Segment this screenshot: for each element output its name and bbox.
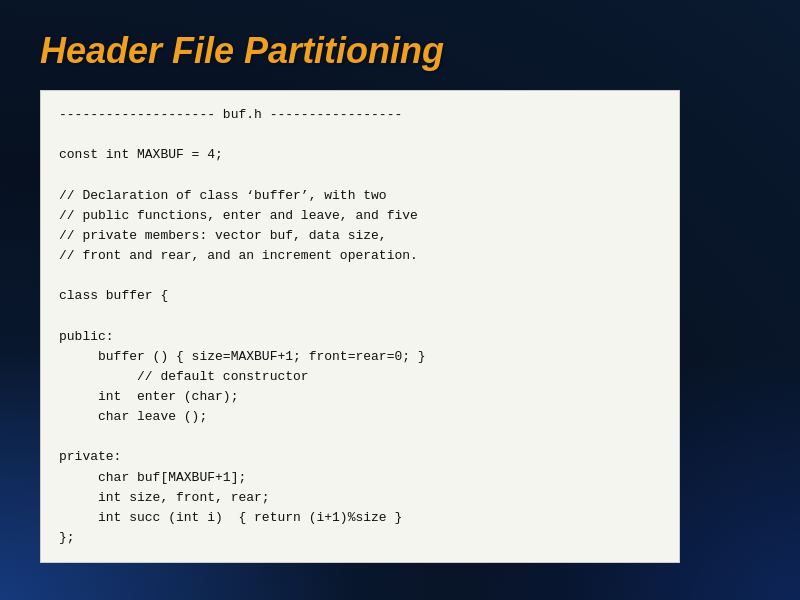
code-block: -------------------- buf.h -------------… — [40, 90, 680, 563]
page-title: Header File Partitioning — [40, 30, 760, 72]
main-content: Header File Partitioning ---------------… — [0, 0, 800, 593]
